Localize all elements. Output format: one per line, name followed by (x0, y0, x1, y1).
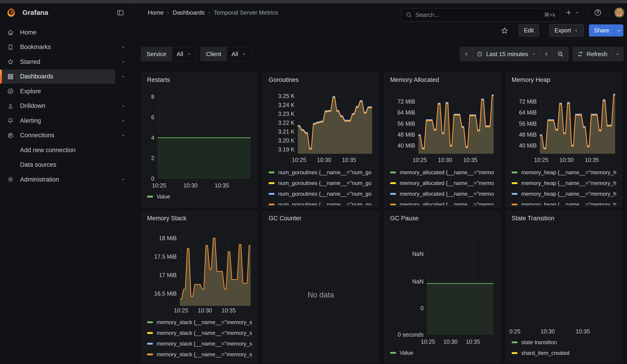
chevup-icon (121, 133, 126, 138)
svg-text:16.5 MiB: 16.5 MiB (154, 290, 177, 297)
sidebar-item-administration[interactable]: Administration (0, 172, 133, 187)
sidebar-item-label: Administration (20, 172, 59, 187)
sidebar-item-drilldown[interactable]: Drilldown (0, 99, 133, 113)
chevron-down-icon (575, 10, 579, 15)
edit-button[interactable]: Edit (519, 24, 539, 37)
legend-item[interactable]: num_goroutines {__name__="num_go (268, 188, 377, 199)
sidebar-item-explore[interactable]: Explore (0, 84, 133, 98)
memory-allocated-chart[interactable]: 40 MiB48 MiB56 MiB64 MiB72 MiB10:2510:30… (385, 73, 500, 207)
legend-item[interactable]: memory_heap {__name__="memory_h (512, 178, 620, 188)
chart-legend: num_goroutines {__name__="num_gonum_goro… (268, 167, 377, 205)
svg-text:3.19 K: 3.19 K (278, 146, 295, 153)
legend-item[interactable]: memory_stack {__name__="memory_s (147, 349, 255, 360)
bell-icon (7, 117, 14, 124)
dashboard-content: Service All Client All Last 15 minutes (133, 39, 627, 364)
legend-label: memory_stack {__name__="memory_s (157, 319, 252, 325)
svg-text:10:30: 10:30 (560, 157, 574, 163)
svg-text:72 MiB: 72 MiB (397, 98, 415, 105)
legend-item[interactable]: memory_stack {__name__="memory_s (147, 338, 255, 349)
legend-item[interactable]: memory_stack {__name__="memory_s (147, 327, 255, 338)
legend-item[interactable]: memory_heap {__name__="memory_h (512, 167, 620, 178)
gc-pause-chart[interactable]: NaNNaN00 seconds10:2510:3010:35Value (385, 211, 500, 363)
export-button[interactable]: Export (549, 24, 584, 37)
share-menu-button[interactable] (614, 24, 623, 37)
sidebar-item-bookmarks[interactable]: Bookmarks (0, 40, 133, 54)
legend-swatch-icon (512, 352, 518, 354)
legend-item[interactable]: Value (390, 347, 498, 358)
svg-text:72 MiB: 72 MiB (519, 98, 537, 105)
svg-text:NaN: NaN (412, 251, 424, 257)
legend-item[interactable]: memory_allocated {__name__="memo (390, 199, 498, 205)
legend-swatch-icon (512, 171, 518, 173)
legend-item[interactable]: memory_heap {__name__="memory_h (512, 188, 620, 199)
sidebar-item-dashboards[interactable]: Dashboards (0, 70, 133, 84)
svg-text:64 MiB: 64 MiB (397, 109, 415, 116)
legend-label: shard_item_created (521, 350, 570, 356)
refresh-interval-button[interactable] (612, 47, 623, 61)
time-forward-button[interactable] (541, 47, 552, 61)
sidebar-item-alerting[interactable]: Alerting (0, 113, 133, 128)
chevron-left-icon (464, 51, 469, 57)
legend-item[interactable]: num_goroutines {__name__="num_go (268, 199, 377, 205)
legend-item[interactable]: state transition (512, 337, 620, 348)
sidebar-item-data-sources[interactable]: Data sources (0, 158, 133, 172)
sidebar-item-connections[interactable]: Connections (0, 128, 133, 143)
chevron-down-icon (617, 28, 622, 33)
user-avatar[interactable] (614, 3, 624, 22)
memory-stack-chart[interactable]: 16.5 MiB17 MiB17.5 MiB18 MiB10:2510:3010… (142, 211, 257, 363)
zoom-out-button[interactable] (552, 47, 568, 61)
legend-swatch-icon (268, 193, 274, 195)
state-transition-chart[interactable]: 0:2510:3010:35state transitionshard_item… (506, 211, 622, 363)
sidebar-item-label: Bookmarks (20, 40, 51, 54)
time-back-button[interactable] (460, 47, 472, 61)
legend-label: memory_stack {__name__="memory_s (157, 351, 252, 358)
app-title: Grafana (22, 9, 48, 16)
search-input[interactable]: Search... ⌘+k (401, 8, 560, 21)
legend-swatch-icon (268, 204, 274, 206)
legend-item[interactable]: memory_heap {__name__="memory_h (512, 199, 620, 205)
sidebar-item-home[interactable]: Home (0, 25, 133, 40)
legend-item[interactable]: memory_stack {__name__="memory_s (147, 317, 255, 327)
share-button[interactable]: Share (589, 24, 614, 37)
favorite-star-button[interactable] (501, 27, 508, 34)
svg-text:17.5 MiB: 17.5 MiB (154, 253, 177, 260)
svg-text:3.24 K: 3.24 K (278, 102, 295, 108)
legend-label: memory_allocated {__name__="memo (400, 180, 494, 186)
svg-text:10:35: 10:35 (222, 307, 236, 313)
svg-text:48 MiB: 48 MiB (397, 131, 415, 138)
breadcrumb-item: Temporal Server Metrics (214, 9, 278, 16)
memory-heap-chart[interactable]: 40 MiB48 MiB56 MiB64 MiB72 MiB10:2510:30… (506, 73, 622, 207)
gc-counter-chart[interactable]: No data (263, 211, 378, 363)
breadcrumb-item[interactable]: Home (148, 9, 163, 16)
refresh-button[interactable]: Refresh (573, 47, 612, 61)
legend-item[interactable]: num_goroutines {__name__="num_go (268, 167, 377, 178)
service-filter-label: Service (141, 47, 172, 61)
chart-legend: state transitionshard_item_created (512, 337, 620, 362)
restarts-chart[interactable]: 0246810:2510:3010:35Value (142, 73, 257, 207)
legend-item[interactable]: memory_allocated {__name__="memo (390, 178, 498, 188)
grafana-logo-icon[interactable] (6, 7, 16, 18)
breadcrumb-item[interactable]: Dashboards (173, 9, 205, 16)
compass-icon (7, 88, 14, 95)
time-range-picker[interactable]: Last 15 minutes (472, 47, 541, 61)
legend-item[interactable]: memory_allocated {__name__="memo (390, 188, 498, 199)
legend-item[interactable]: shard_item_created (512, 348, 620, 358)
service-filter[interactable]: Service All (141, 47, 197, 61)
new-button[interactable] (565, 3, 579, 22)
legend-item[interactable]: memory_allocated {__name__="memo (390, 167, 498, 178)
help-button[interactable] (594, 3, 602, 22)
panel-gc-counter: GC Counter No data (263, 211, 379, 363)
sidebar-item-starred[interactable]: Starred (0, 55, 133, 69)
legend-swatch-icon (512, 204, 518, 206)
goroutines-chart[interactable]: 3.19 K3.20 K3.21 K3.22 K3.23 K3.24 K3.25… (263, 73, 378, 207)
client-filter[interactable]: Client All (200, 47, 252, 61)
star-icon (7, 58, 14, 65)
dock-sidebar-icon[interactable] (116, 8, 125, 17)
legend-label: memory_heap {__name__="memory_h (521, 180, 616, 186)
legend-item[interactable]: Value (147, 191, 255, 202)
svg-text:0: 0 (151, 175, 154, 182)
legend-label: num_goroutines {__name__="num_go (278, 169, 372, 176)
legend-item[interactable]: num_goroutines {__name__="num_go (268, 178, 377, 188)
sidebar-item-add-new-connection[interactable]: Add new connection (0, 143, 133, 157)
share-label: Share (594, 27, 609, 34)
